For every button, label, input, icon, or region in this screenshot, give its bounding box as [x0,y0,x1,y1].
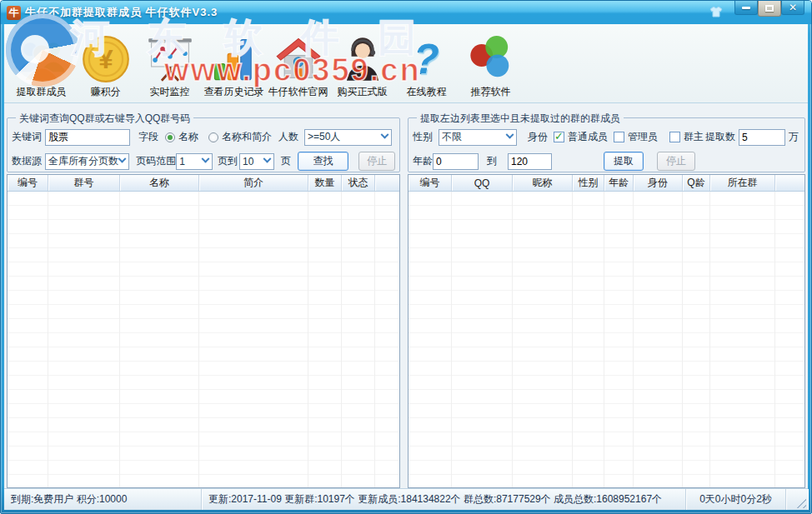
customer-service-icon [339,33,386,85]
toolbar-button-extract-members[interactable]: 提取群成员 [9,27,73,101]
toolbar-button-official-site[interactable]: 牛仔软件官网 [266,27,330,101]
chevron-down-icon [202,155,210,163]
radio-name-and-intro[interactable] [208,132,218,142]
page-to-select[interactable]: 10 [239,153,274,170]
identity-label: 身份 [528,130,548,144]
close-icon: ✕ [789,2,797,12]
window-title: 牛仔不加群提取群成员 牛仔软件V3.3 [25,5,218,20]
count-label: 人数 [278,130,298,144]
radio-name[interactable] [165,132,175,142]
toolbar-button-view-history[interactable]: 查看历史记录 [202,27,266,101]
field-label: 字段 [138,130,158,144]
owner-checkbox[interactable] [669,132,680,142]
resize-grip[interactable] [796,498,806,508]
skin-button[interactable] [708,3,724,20]
radio-name-label: 名称 [178,130,198,144]
column-header[interactable]: 昵称 [513,175,573,191]
monitor-chart-icon [147,33,193,85]
member-table-body[interactable] [409,192,804,487]
window-controls: ✕ [708,1,804,21]
minimize-icon [742,7,750,9]
toolbar-label: 在线教程 [407,85,447,101]
column-header[interactable]: 状态 [342,175,375,191]
app-window: 牛 牛仔不加群提取群成员 牛仔软件V3.3 ✕ [0,0,812,514]
column-header[interactable]: 简介 [199,175,308,191]
home-icon [275,33,322,85]
age-from-input[interactable]: 0 [433,153,479,170]
app-logo-icon: 牛 [7,6,21,20]
age-label: 年龄 [413,154,433,168]
toolbar-button-recommend-software[interactable]: 推荐软件 [459,27,523,101]
toolbar-label: 赚积分 [91,85,121,101]
search-stop-button[interactable]: 停止 [358,152,395,171]
group-list-table: 编号 群号 名称 简介 数量 状态 [7,174,400,488]
column-header[interactable]: QQ [452,175,513,191]
column-header[interactable]: 编号 [409,175,452,191]
toolbar-label: 推荐软件 [471,85,511,101]
gender-select[interactable]: 不限 [439,129,517,146]
column-header[interactable]: 年龄 [604,175,634,191]
search-button[interactable]: 查找 [298,152,349,171]
column-header[interactable]: 性别 [573,175,604,191]
chevron-down-icon [506,131,514,139]
extract-count-label: 提取数 [705,130,735,144]
owner-checkbox-label: 群主 [684,130,704,144]
toolbar-button-online-tutorial[interactable]: ? 在线教程 [394,27,459,101]
column-header[interactable]: 群号 [48,175,120,191]
toolbar-label: 实时监控 [150,85,190,101]
group-members-icon [18,33,65,85]
extract-group-title: 提取左边列表里选中且未提取过的群的群成员 [417,112,624,126]
toolbar-label: 购买正式版 [338,85,388,101]
status-elapsed-time: 0天0小时0分2秒 [686,489,786,510]
toolbar-button-realtime-monitor[interactable]: 实时监控 [138,27,202,101]
title-bar[interactable]: 牛 牛仔不加群提取群成员 牛仔软件V3.3 ✕ [1,1,811,24]
keyword-input[interactable]: 股票 [45,129,130,146]
main-area: 关键词查询QQ群或右键导入QQ群号码 关键词 股票 字段 名称 名称和简介 人数… [4,103,808,488]
column-header[interactable]: 编号 [8,175,48,191]
extract-stop-button[interactable]: 停止 [657,152,695,171]
extract-column: 提取左边列表里选中且未提取过的群的群成员 性别 不限 身份 ✓ 普通成员 管理员… [408,112,805,488]
admin-checkbox[interactable] [614,132,624,142]
circles-icon [468,33,514,85]
toolbar-label: 提取群成员 [17,85,67,101]
page-to-label: 页到 [218,154,238,168]
column-header[interactable]: 所在群 [710,175,775,191]
column-header[interactable]: 数量 [308,175,342,191]
member-checkbox[interactable]: ✓ [554,132,564,142]
group-table-body[interactable] [8,192,399,487]
page-unit-label: 页 [281,154,291,168]
age-to-input[interactable]: 120 [508,153,552,170]
radio-name-and-intro-label: 名称和简介 [222,130,272,144]
close-button[interactable]: ✕ [781,1,804,15]
datasource-label: 数据源 [12,154,42,168]
search-group-title: 关键词查询QQ群或右键导入QQ群号码 [16,112,193,126]
column-header[interactable]: 身份 [634,175,683,191]
member-count-select[interactable]: >=50人 [304,129,392,146]
column-header[interactable]: Q龄 [683,175,710,191]
svg-text:¥: ¥ [98,45,113,74]
toolbar-button-buy-full-version[interactable]: 购买正式版 [330,27,394,101]
maximize-button[interactable] [758,1,781,17]
admin-checkbox-label: 管理员 [628,130,658,144]
status-update-info: 更新:2017-11-09 更新群:10197个 更新成员:184134822个… [202,489,686,510]
check-icon: ✓ [554,131,564,142]
page-range-label: 页码范围 [136,154,176,168]
extract-count-unit: 万 [789,130,799,144]
age-to-label: 到 [487,154,497,168]
toolbar-button-earn-points[interactable]: ¥ 赚积分 [73,27,138,101]
toolbar-label: 牛仔软件官网 [268,85,328,101]
maximize-icon [765,5,774,12]
extract-count-input[interactable]: 5 [739,129,785,146]
status-grip-panel [786,489,808,510]
bar-chart-icon [211,33,258,85]
page-from-select[interactable]: 1 [176,153,213,170]
datasource-select[interactable]: 全库所有分页数 [45,153,129,170]
extract-button[interactable]: 提取 [604,152,644,171]
keyword-label: 关键词 [12,130,42,144]
column-header[interactable]: 名称 [120,175,199,191]
member-list-table: 编号 QQ 昵称 性别 年龄 身份 Q龄 所在群 [408,174,805,488]
gender-label: 性别 [413,130,433,144]
chevron-down-icon [263,155,271,163]
minimize-button[interactable] [734,1,758,15]
shirt-icon [709,5,723,18]
